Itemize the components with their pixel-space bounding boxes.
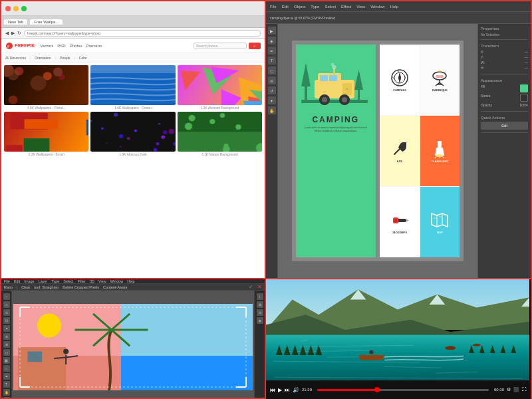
minimize-button[interactable] bbox=[13, 6, 19, 11]
fullscreen-icon[interactable]: ⛶ bbox=[522, 387, 527, 392]
ps-menu-edit[interactable]: Edit bbox=[14, 279, 20, 283]
previous-button[interactable]: ⏮ bbox=[270, 387, 275, 393]
ai-toolbox: ▶ ◈ ✒ T ▭ ⊘ ↺ ✦ ✋ bbox=[266, 24, 278, 278]
photo-thumbnail[interactable] bbox=[178, 65, 262, 105]
ps-menu-view[interactable]: View bbox=[98, 279, 106, 283]
ps-type-tool[interactable]: T bbox=[3, 381, 10, 388]
y-label: Y: bbox=[481, 55, 483, 59]
selection-tool[interactable]: ▶ bbox=[268, 27, 276, 35]
ai-menu-view[interactable]: View bbox=[356, 5, 365, 9]
ps-menu-file[interactable]: File bbox=[4, 279, 10, 283]
paintbrush-tool[interactable]: ⊘ bbox=[268, 76, 276, 84]
ps-menu-select[interactable]: Select bbox=[63, 279, 73, 283]
stroke-swatch[interactable] bbox=[520, 94, 528, 102]
photo-thumbnail[interactable] bbox=[178, 112, 262, 152]
video-progress-bar[interactable] bbox=[317, 389, 489, 391]
ps-menu-window[interactable]: Window bbox=[110, 279, 124, 283]
edit-button[interactable]: Edit bbox=[481, 122, 528, 130]
next-button[interactable]: ⏭ bbox=[285, 387, 290, 393]
appearance-section: Appearance Fill Stroke Opacity 100% bbox=[481, 78, 528, 112]
w-value[interactable]: — bbox=[525, 61, 528, 65]
ps-menu-help[interactable]: Help bbox=[127, 279, 134, 283]
ai-menu-file[interactable]: File bbox=[270, 5, 277, 9]
nav-photos[interactable]: Photos bbox=[70, 44, 82, 48]
ps-menu-filter[interactable]: Filter bbox=[78, 279, 86, 283]
content-aware-option[interactable]: Content-Aware bbox=[103, 285, 128, 289]
url-input[interactable]: freepik.com/search?query=wallpaper&type=… bbox=[24, 30, 261, 37]
theater-mode-icon[interactable]: ⬛ bbox=[513, 387, 519, 392]
ai-menu-edit[interactable]: Edit bbox=[282, 5, 289, 9]
photo-thumbnail[interactable] bbox=[90, 65, 175, 105]
ps-right-icon-1[interactable]: ↕ bbox=[257, 293, 263, 300]
straighten-tool[interactable]: tool: Straighten bbox=[34, 285, 59, 289]
ps-menu-type[interactable]: Type bbox=[51, 279, 59, 283]
browser-tab-2[interactable]: Free Wallpa... bbox=[30, 19, 63, 25]
nav-premium[interactable]: Premium bbox=[86, 44, 102, 48]
ps-gradient-tool[interactable]: ▦ bbox=[3, 357, 10, 364]
filter-orientation[interactable]: Orientation bbox=[35, 56, 51, 60]
ps-eyedropper-tool[interactable]: ✦ bbox=[3, 325, 10, 332]
ps-menu-layer[interactable]: Layer bbox=[39, 279, 48, 283]
maximize-button[interactable] bbox=[21, 6, 27, 11]
delete-cropped-option[interactable]: Delete Cropped Pixels bbox=[63, 285, 99, 289]
nav-psd[interactable]: PSD bbox=[57, 44, 65, 48]
ai-menu-help[interactable]: Help bbox=[390, 5, 398, 9]
clear-button[interactable]: Clear bbox=[21, 285, 30, 289]
ps-right-icon-2[interactable]: ⊞ bbox=[257, 301, 263, 308]
ai-menu-window[interactable]: Window bbox=[370, 5, 384, 9]
y-value[interactable]: — bbox=[525, 55, 528, 59]
filter-color[interactable]: Color bbox=[79, 56, 87, 60]
x-value[interactable]: — bbox=[525, 50, 528, 54]
ps-eraser-tool[interactable]: ◻ bbox=[3, 349, 10, 356]
forward-icon[interactable]: ▶ bbox=[11, 31, 15, 36]
search-button[interactable]: ⌕ bbox=[249, 43, 261, 49]
direct-select-tool[interactable]: ◈ bbox=[268, 37, 276, 45]
ps-pen-tool[interactable]: ✒ bbox=[3, 373, 10, 380]
ps-right-icon-4[interactable]: ◈ bbox=[257, 317, 263, 324]
photo-thumbnail[interactable] bbox=[90, 112, 175, 152]
ps-move-tool[interactable]: ↔ bbox=[3, 293, 10, 300]
h-value[interactable]: — bbox=[525, 66, 528, 70]
rectangle-tool[interactable]: ▭ bbox=[268, 66, 276, 74]
settings-icon[interactable]: ⚙ bbox=[507, 387, 511, 392]
cancel-crop-icon[interactable]: ✕ bbox=[257, 284, 262, 290]
ps-dodge-tool[interactable]: ○ bbox=[3, 365, 10, 372]
opacity-value[interactable]: 100% bbox=[519, 103, 528, 107]
filter-all[interactable]: All Resources bbox=[5, 56, 26, 60]
ai-menu-object[interactable]: Object bbox=[294, 5, 305, 9]
confirm-crop-icon[interactable]: ✓ bbox=[249, 284, 253, 290]
photo-thumbnail[interactable] bbox=[4, 65, 88, 105]
ps-right-icon-3[interactable]: ⊟ bbox=[257, 309, 263, 316]
svg-rect-10 bbox=[329, 75, 337, 81]
refresh-icon[interactable]: ↻ bbox=[17, 31, 21, 36]
volume-button[interactable]: 🔊 bbox=[293, 387, 299, 393]
ps-stamp-tool[interactable]: ⊕ bbox=[3, 341, 10, 348]
type-tool[interactable]: T bbox=[268, 57, 276, 65]
svg-rect-9 bbox=[320, 75, 328, 81]
browser-tab-active[interactable]: New Tab bbox=[4, 19, 27, 25]
photo-thumbnail[interactable] bbox=[4, 112, 88, 152]
ps-hand-tool[interactable]: ✋ bbox=[3, 389, 10, 396]
stock-search-input[interactable]: Search photos... bbox=[194, 43, 247, 49]
ai-menu-type[interactable]: Type bbox=[311, 5, 319, 9]
ps-brush-tool[interactable]: ⊘ bbox=[3, 333, 10, 340]
filter-people[interactable]: People bbox=[60, 56, 70, 60]
map-label: MAP bbox=[437, 231, 443, 234]
close-button[interactable] bbox=[5, 6, 11, 11]
pen-tool[interactable]: ✒ bbox=[268, 47, 276, 55]
rotate-tool[interactable]: ↺ bbox=[268, 86, 276, 94]
fill-swatch[interactable] bbox=[520, 84, 528, 92]
ps-lasso-tool[interactable]: ⊙ bbox=[3, 309, 10, 316]
ps-menu-3d[interactable]: 3D bbox=[90, 279, 94, 283]
hand-tool[interactable]: ✋ bbox=[268, 106, 276, 114]
back-icon[interactable]: ◀ bbox=[5, 31, 9, 36]
eyedropper-tool[interactable]: ✦ bbox=[268, 96, 276, 104]
ps-marquee-tool[interactable]: ▭ bbox=[3, 301, 10, 308]
svg-marker-6 bbox=[354, 70, 363, 90]
ai-menu-effect[interactable]: Effect bbox=[341, 5, 351, 9]
ps-menu-image[interactable]: Image bbox=[24, 279, 34, 283]
play-button[interactable]: ▶ bbox=[278, 387, 282, 393]
ai-menu-select[interactable]: Select bbox=[325, 5, 336, 9]
nav-vectors[interactable]: Vectors bbox=[40, 44, 53, 48]
ps-crop-tool[interactable]: ⊡ bbox=[3, 317, 10, 324]
